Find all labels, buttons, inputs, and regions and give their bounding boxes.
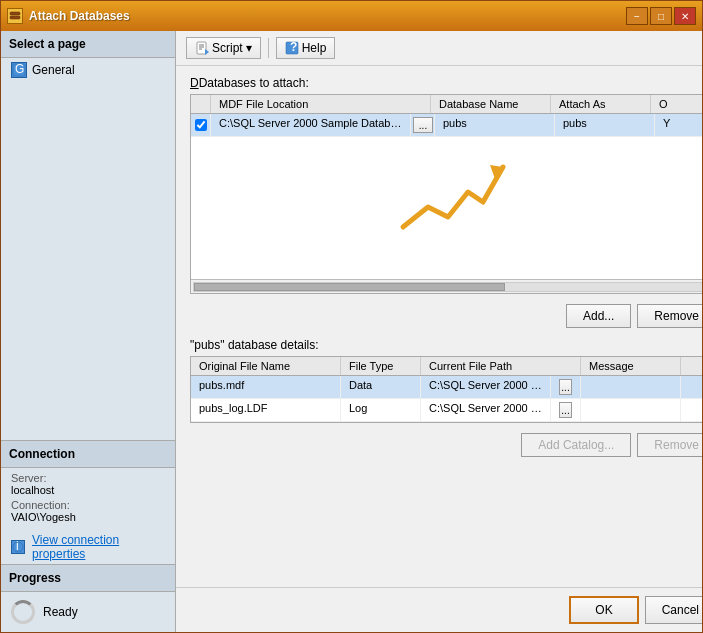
connection-details: Server: localhost Connection: VAIO\Yoges… — [1, 468, 175, 530]
td-db-name: pubs — [435, 114, 555, 136]
th-checkbox — [191, 95, 211, 113]
databases-section: DDatabases to attach: MDF File Location … — [190, 76, 702, 294]
dtd-filetype-2: Log — [341, 399, 421, 421]
view-connection-text: View connection properties — [32, 533, 165, 561]
help-button[interactable]: ? Help — [276, 37, 336, 59]
details-remove-button[interactable]: Remove — [637, 433, 702, 457]
sidebar: Select a page G General Connection Serve… — [1, 31, 176, 632]
table-row[interactable]: C:\SQL Server 2000 Sample Datab.... ... … — [191, 114, 702, 137]
details-row-1[interactable]: pubs.mdf Data C:\SQL Server 2000 Sa... .… — [191, 376, 702, 399]
title-bar: Attach Databases − □ ✕ — [1, 1, 702, 31]
svg-marker-10 — [205, 49, 209, 55]
progress-header: Progress — [1, 565, 175, 592]
select-page-header: Select a page — [1, 31, 175, 58]
svg-text:G: G — [15, 63, 24, 76]
add-button[interactable]: Add... — [566, 304, 631, 328]
svg-rect-0 — [10, 12, 20, 15]
main-content: DDatabases to attach: MDF File Location … — [176, 66, 702, 587]
details-section: "pubs" database details: Original File N… — [190, 338, 702, 423]
title-bar-left: Attach Databases — [7, 8, 130, 24]
dtd-browse-1[interactable]: ... — [551, 376, 581, 398]
th-filename: Original File Name — [191, 357, 341, 375]
dtd-message-2 — [581, 399, 681, 421]
td-owner: Y — [655, 114, 702, 136]
chart-area — [191, 137, 702, 257]
dtd-filepath-2: C:\SQL Server 2000 Sa... — [421, 399, 551, 421]
th-message: Message — [581, 357, 681, 375]
details-table: Original File Name File Type Current Fil… — [190, 356, 702, 423]
progress-status: Ready — [43, 605, 78, 619]
dtd-browse-2[interactable]: ... — [551, 399, 581, 421]
minimize-button[interactable]: − — [626, 7, 648, 25]
details-row-2[interactable]: pubs_log.LDF Log C:\SQL Server 2000 Sa..… — [191, 399, 702, 422]
checkbox[interactable] — [195, 119, 207, 131]
dtd-filetype-1: Data — [341, 376, 421, 398]
server-label: Server: — [11, 472, 165, 484]
restore-button[interactable]: □ — [650, 7, 672, 25]
dtd-filepath-1: C:\SQL Server 2000 Sa... — [421, 376, 551, 398]
ok-button[interactable]: OK — [569, 596, 638, 624]
progress-area: Ready — [1, 592, 175, 632]
svg-text:?: ? — [290, 41, 297, 54]
cancel-button[interactable]: Cancel — [645, 596, 702, 624]
th-filetype: File Type — [341, 357, 421, 375]
script-icon — [195, 41, 209, 55]
svg-text:i: i — [16, 541, 19, 553]
row-checkbox[interactable] — [191, 114, 211, 136]
connection-value: VAIO\Yogesh — [11, 511, 165, 523]
databases-label: DDatabases to attach: — [190, 76, 702, 90]
th-owner: O — [651, 95, 702, 113]
details-label: "pubs" database details: — [190, 338, 702, 352]
footer-buttons: OK Cancel — [176, 587, 702, 632]
svg-rect-6 — [197, 42, 206, 54]
horizontal-scrollbar[interactable] — [191, 279, 702, 293]
help-icon: ? — [285, 41, 299, 55]
window-title: Attach Databases — [29, 9, 130, 23]
dtd-filename-1: pubs.mdf — [191, 376, 341, 398]
filepath-browse-1[interactable]: ... — [559, 379, 572, 395]
td-attach-as: pubs — [555, 114, 655, 136]
progress-spinner — [11, 600, 35, 624]
dtd-filename-2: pubs_log.LDF — [191, 399, 341, 421]
databases-table: MDF File Location Database Name Attach A… — [190, 94, 702, 294]
scrollbar-thumb[interactable] — [194, 283, 505, 291]
server-value: localhost — [11, 484, 165, 496]
title-buttons: − □ ✕ — [626, 7, 696, 25]
general-label: General — [32, 63, 75, 77]
db-table-actions: Add... Remove — [190, 304, 702, 328]
td-mdf-path: C:\SQL Server 2000 Sample Datab.... — [211, 114, 411, 136]
th-attach-as: Attach As — [551, 95, 651, 113]
help-label: Help — [302, 41, 327, 55]
toolbar-divider — [268, 38, 269, 58]
connection-header: Connection — [1, 441, 175, 468]
progress-section: Progress Ready — [1, 564, 175, 632]
script-dropdown-icon: ▾ — [246, 41, 252, 55]
toolbar: Script ▾ ? Help — [176, 31, 702, 66]
databases-table-header: MDF File Location Database Name Attach A… — [191, 95, 702, 114]
main-panel: Script ▾ ? Help DDatabases to atta — [176, 31, 702, 632]
filepath-browse-2[interactable]: ... — [559, 402, 572, 418]
sidebar-item-general[interactable]: G General — [1, 58, 175, 82]
db-icon — [7, 8, 23, 24]
connection-section: Connection Server: localhost Connection:… — [1, 440, 175, 564]
svg-rect-1 — [10, 16, 20, 19]
th-mdf-location: MDF File Location — [211, 95, 431, 113]
scrollbar-track[interactable] — [193, 282, 702, 292]
details-table-body: pubs.mdf Data C:\SQL Server 2000 Sa... .… — [191, 376, 702, 422]
td-ellipsis-btn[interactable]: ... — [411, 114, 435, 136]
dtd-message-1 — [581, 376, 681, 398]
th-database-name: Database Name — [431, 95, 551, 113]
script-label: Script — [212, 41, 243, 55]
view-connection-link[interactable]: i View connection properties — [1, 530, 175, 564]
remove-button[interactable]: Remove — [637, 304, 702, 328]
databases-table-body: C:\SQL Server 2000 Sample Datab.... ... … — [191, 114, 702, 279]
main-window: Attach Databases − □ ✕ Select a page G G… — [0, 0, 703, 633]
trend-chart — [383, 147, 523, 247]
mdf-browse-button[interactable]: ... — [413, 117, 433, 133]
script-button[interactable]: Script ▾ — [186, 37, 261, 59]
content-area: Select a page G General Connection Serve… — [1, 31, 702, 632]
close-button[interactable]: ✕ — [674, 7, 696, 25]
add-catalog-button[interactable]: Add Catalog... — [521, 433, 631, 457]
details-table-header: Original File Name File Type Current Fil… — [191, 357, 702, 376]
connection-label2: Connection: — [11, 499, 165, 511]
